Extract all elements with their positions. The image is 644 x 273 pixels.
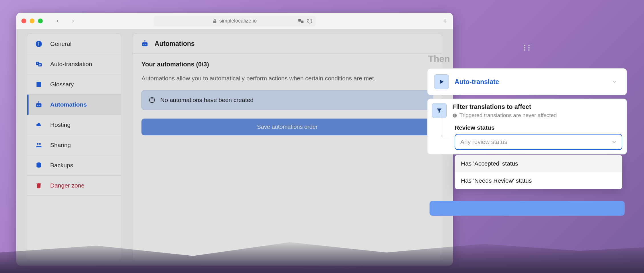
new-tab-button[interactable]: + <box>443 17 447 25</box>
url-text: simplelocalize.io <box>219 18 257 24</box>
close-window-button[interactable] <box>21 19 26 23</box>
traffic-lights <box>21 19 43 23</box>
sheet-bottom-button[interactable] <box>430 201 625 216</box>
svg-point-30 <box>455 114 455 115</box>
browser-window: simplelocalize.io + General A文 Auto- <box>16 13 453 266</box>
modal-backdrop[interactable] <box>16 29 453 266</box>
svg-rect-0 <box>298 19 301 21</box>
content-area: General A文 Auto-translation Glossary Aut… <box>16 29 453 266</box>
automation-editor-sheet: • •• •• • Then Auto-translate Filter tra… <box>427 43 627 154</box>
play-icon <box>434 74 449 89</box>
dropdown-option-accepted[interactable]: Has 'Accepted' status <box>455 155 622 172</box>
translate-icon[interactable] <box>298 18 304 24</box>
reload-button[interactable] <box>307 18 313 24</box>
svg-rect-29 <box>455 115 455 117</box>
review-status-select[interactable]: Any review status <box>455 134 622 150</box>
maximize-window-button[interactable] <box>38 19 43 23</box>
action-label: Auto-translate <box>455 78 606 86</box>
filter-subtitle: Triggered translations are never affecte… <box>452 112 622 119</box>
dropdown-option-needs-review[interactable]: Has 'Needs Review' status <box>455 172 622 189</box>
filter-title: Filter translations to affect <box>452 103 622 111</box>
svg-rect-1 <box>301 21 303 23</box>
drag-handle-icon[interactable]: • •• •• • <box>427 43 627 54</box>
review-status-dropdown: Has 'Accepted' status Has 'Needs Review'… <box>455 155 622 189</box>
back-button[interactable] <box>54 18 61 25</box>
chevron-down-icon <box>612 79 617 84</box>
field-label: Review status <box>455 124 622 131</box>
filter-card: Filter translations to affect Triggered … <box>427 99 627 154</box>
address-bar[interactable]: simplelocalize.io <box>153 16 316 27</box>
then-label: Then <box>428 54 627 64</box>
forward-button[interactable] <box>70 18 76 25</box>
tree-connector <box>441 114 449 137</box>
select-placeholder: Any review status <box>460 138 507 145</box>
minimize-window-button[interactable] <box>30 19 35 23</box>
lock-icon <box>212 19 217 23</box>
info-icon <box>452 113 457 118</box>
action-card[interactable]: Auto-translate <box>427 68 627 95</box>
browser-titlebar: simplelocalize.io + <box>16 13 453 29</box>
chevron-down-icon <box>611 139 617 144</box>
